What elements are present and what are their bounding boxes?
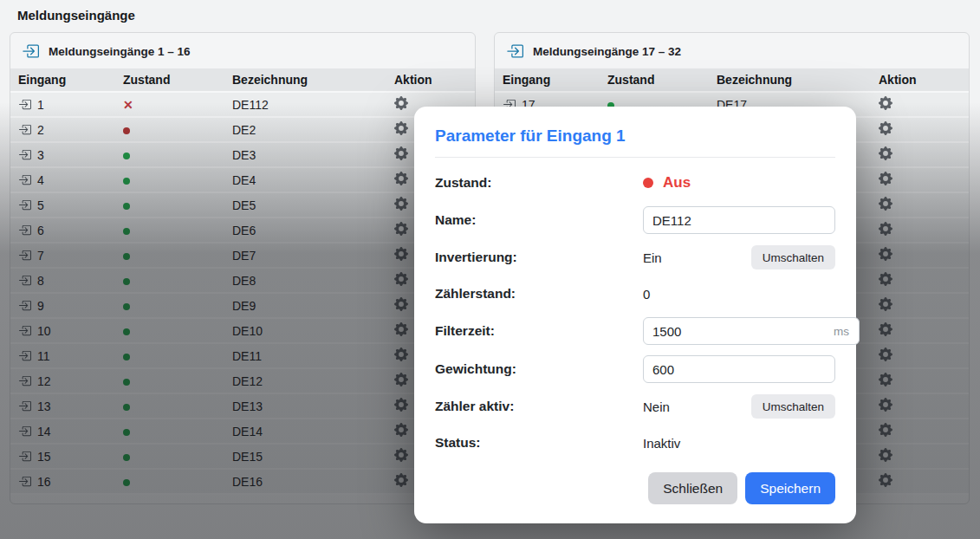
close-button[interactable]: Schließen xyxy=(648,472,737,504)
gear-icon[interactable] xyxy=(879,473,892,487)
field-invertierung: Invertierung: Ein Umschalten xyxy=(435,244,835,270)
state-dot-icon xyxy=(643,178,653,188)
bezeichnung-cell: DE112 xyxy=(224,92,386,117)
gear-icon[interactable] xyxy=(879,96,892,110)
gear-icon[interactable] xyxy=(394,473,408,487)
field-filterzeit: Filterzeit: ms xyxy=(435,317,835,345)
bezeichnung-cell: DE11 xyxy=(224,343,386,368)
gewichtung-input[interactable] xyxy=(643,355,835,383)
input-arrow-icon xyxy=(18,299,31,312)
gear-icon[interactable] xyxy=(879,423,892,437)
state-on-indicator xyxy=(123,328,130,335)
col-aktion: Aktion xyxy=(871,68,969,92)
gear-icon[interactable] xyxy=(879,121,892,135)
table-row: 11 DE11 xyxy=(10,343,475,368)
input-number: 13 xyxy=(37,399,51,413)
field-gewichtung: Gewichtung: xyxy=(435,355,835,383)
name-input[interactable] xyxy=(643,206,835,234)
gear-icon[interactable] xyxy=(394,172,408,185)
zaehler-aktiv-toggle-button[interactable]: Umschalten xyxy=(751,394,835,419)
table-row: 1 ✕ DE112 xyxy=(10,92,475,117)
gear-icon[interactable] xyxy=(394,96,408,110)
bezeichnung-cell: DE8 xyxy=(224,268,386,293)
state-on-indicator xyxy=(123,404,130,411)
bezeichnung-cell: DE14 xyxy=(224,419,386,444)
gear-icon[interactable] xyxy=(879,448,892,462)
state-on-indicator xyxy=(123,479,130,486)
table-row: 16 DE16 xyxy=(10,469,475,494)
bezeichnung-cell: DE12 xyxy=(224,368,386,393)
col-zustand: Zustand xyxy=(115,68,224,92)
gear-icon[interactable] xyxy=(394,247,408,261)
state-on-indicator xyxy=(123,278,130,285)
bezeichnung-cell: DE2 xyxy=(224,117,386,142)
state-on-indicator xyxy=(123,354,130,360)
filterzeit-input[interactable] xyxy=(644,321,834,342)
input-arrow-icon xyxy=(18,249,31,262)
gear-icon[interactable] xyxy=(879,247,892,261)
dialog-title: Parameter für Eingang 1 xyxy=(435,127,835,146)
table-row: 8 DE8 xyxy=(10,268,475,293)
bezeichnung-cell: DE15 xyxy=(224,444,386,469)
bezeichnung-cell: DE4 xyxy=(224,167,386,192)
input-arrow-icon xyxy=(18,198,31,211)
gear-icon[interactable] xyxy=(879,347,892,361)
gear-icon[interactable] xyxy=(879,222,892,236)
input-number: 15 xyxy=(37,450,51,464)
input-arrow-icon xyxy=(18,399,31,412)
parameter-dialog: Parameter für Eingang 1 Zustand: Aus Nam… xyxy=(414,107,856,523)
input-number: 11 xyxy=(37,349,50,363)
save-button[interactable]: Speichern xyxy=(745,472,835,504)
field-label: Zustand: xyxy=(435,175,643,191)
table-row: 3 DE3 xyxy=(10,142,475,167)
table-row: 15 DE15 xyxy=(10,444,475,469)
gear-icon[interactable] xyxy=(394,347,408,361)
gear-icon[interactable] xyxy=(879,373,892,386)
gear-icon[interactable] xyxy=(394,222,408,236)
bezeichnung-cell: DE9 xyxy=(224,293,386,318)
gear-icon[interactable] xyxy=(879,322,892,336)
input-number: 8 xyxy=(37,274,44,288)
col-bezeichnung: Bezeichnung xyxy=(224,68,386,92)
invertierung-toggle-button[interactable]: Umschalten xyxy=(751,245,835,270)
input-arrow-icon xyxy=(18,425,31,438)
table-row: 13 DE13 xyxy=(10,393,475,419)
gear-icon[interactable] xyxy=(394,423,408,437)
gear-icon[interactable] xyxy=(879,172,892,185)
input-arrow-icon xyxy=(18,374,31,387)
state-on-indicator xyxy=(123,253,130,260)
gear-icon[interactable] xyxy=(879,272,892,286)
gear-icon[interactable] xyxy=(879,297,892,311)
input-number: 1 xyxy=(37,98,44,112)
input-arrow-icon xyxy=(18,173,31,186)
box-arrow-in-icon xyxy=(506,42,523,60)
gear-icon[interactable] xyxy=(394,146,408,160)
gear-icon[interactable] xyxy=(879,146,892,160)
input-number: 7 xyxy=(37,249,44,263)
col-bezeichnung: Bezeichnung xyxy=(709,68,871,92)
input-arrow-icon xyxy=(18,450,31,463)
field-label: Filterzeit: xyxy=(435,323,643,339)
field-label: Gewichtung: xyxy=(435,361,643,377)
gear-icon[interactable] xyxy=(394,272,408,286)
gear-icon[interactable] xyxy=(394,322,408,336)
gear-icon[interactable] xyxy=(394,398,408,412)
gear-icon[interactable] xyxy=(394,373,408,386)
box-arrow-in-icon xyxy=(22,42,39,60)
input-number: 14 xyxy=(37,425,51,438)
status-value: Inaktiv xyxy=(643,436,680,451)
input-number: 16 xyxy=(37,475,51,489)
field-zustand: Zustand: Aus xyxy=(435,170,835,196)
gear-icon[interactable] xyxy=(394,121,408,135)
gear-icon[interactable] xyxy=(879,197,892,211)
gear-icon[interactable] xyxy=(394,197,408,211)
state-on-indicator xyxy=(123,153,130,159)
inputs-table-1-16: Eingang Zustand Bezeichnung Aktion 1 ✕ D… xyxy=(10,68,475,495)
card-header: Meldungseingänge 1 – 16 xyxy=(10,33,475,68)
table-row: 14 DE14 xyxy=(10,419,475,444)
gear-icon[interactable] xyxy=(394,297,408,311)
gear-icon[interactable] xyxy=(879,398,892,412)
gear-icon[interactable] xyxy=(394,448,408,462)
filterzeit-unit: ms xyxy=(834,325,859,338)
input-arrow-icon xyxy=(18,148,31,161)
